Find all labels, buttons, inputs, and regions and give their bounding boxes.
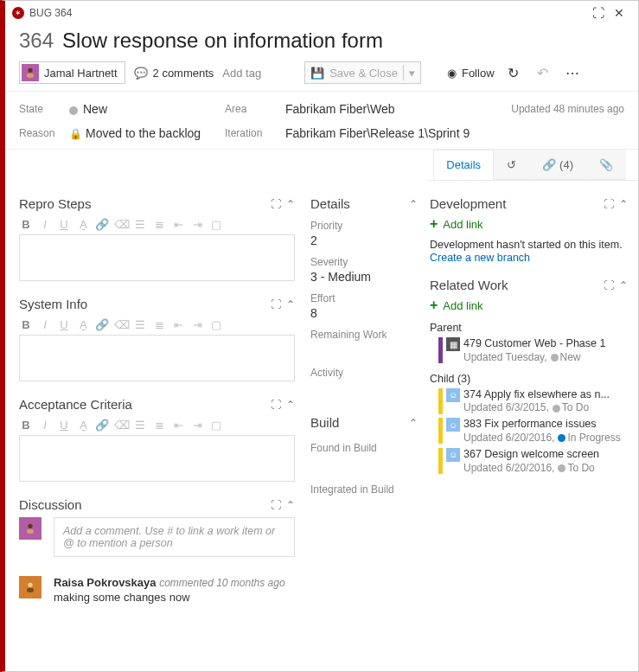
found-build-label: Found in Build [310,442,418,454]
assignee-chip[interactable]: Jamal Hartnett [19,61,125,84]
outdent-icon: ⇤ [171,218,185,231]
priority-label: Priority [310,220,418,232]
wi-type-bar [438,418,443,444]
history-icon: ↺ [507,158,516,171]
svg-point-4 [28,583,32,587]
severity-label: Severity [310,256,418,268]
wi-type-bar [438,448,443,474]
rel-add-link[interactable]: + Add link [430,298,628,313]
build-header: Build ⌃ [310,415,418,430]
found-build-value[interactable] [310,456,418,471]
tab-details[interactable]: Details [433,150,494,180]
chevron-up-icon[interactable]: ⌃ [619,279,628,291]
link-icon: 🔗 [542,158,556,171]
chevron-up-icon[interactable]: ⌃ [286,298,295,310]
undo-button[interactable]: ↶ [533,62,553,83]
related-item-parent[interactable]: ▦ 479 Customer Web - Phase 1 Updated Tue… [430,337,628,364]
bug-icon: ✶ [12,7,24,19]
sysinfo-input[interactable] [19,335,295,381]
sysinfo-header: System Info ⛶ ⌃ [19,297,295,311]
save-icon: 💾 [310,67,324,80]
effort-value[interactable]: 8 [310,306,418,320]
follow-label: Follow [462,67,495,80]
dev-add-link[interactable]: + Add link [430,216,628,232]
meta-grid: State New Area Fabrikam Fiber\Web Update… [5,92,638,150]
remaining-value[interactable] [310,342,418,358]
related-item-child[interactable]: ☺383 Fix performance issuesUpdated 6/20/… [430,418,628,445]
expand-icon[interactable]: ⛶ [271,499,281,511]
rte-toolbar[interactable]: BIU A̱🔗⌫☰≣⇤⇥▢ [19,419,295,432]
activity-label: Activity [310,367,418,379]
comment-author: Raisa Pokrovskaya [54,576,157,589]
tab-history[interactable]: ↺ [494,150,529,180]
comment-row: Raisa Pokrovskaya commented 10 months ag… [19,576,295,604]
number-list-icon: ≣ [152,218,166,231]
related-item-child[interactable]: ☺367 Design welcome screenUpdated 6/20/2… [430,448,628,475]
acceptance-input[interactable] [19,435,295,482]
comment-body: making some changes now [54,591,285,604]
chevron-up-icon[interactable]: ⌃ [619,198,628,210]
updated-text: Updated 48 minutes ago [511,103,624,115]
expand-icon[interactable]: ⛶ [271,298,281,310]
iteration-value[interactable]: Fabrikam Fiber\Release 1\Sprint 9 [285,126,624,140]
create-branch-link[interactable]: Create a new branch [430,252,530,264]
priority-value[interactable]: 2 [310,234,418,247]
work-item-title[interactable]: Slow response on information form [62,29,383,53]
expand-icon[interactable]: ⛶ [604,279,614,291]
plus-icon: + [430,216,438,232]
window-header: BUG 364 [29,7,72,19]
svg-rect-5 [27,588,34,592]
follow-icon: ◉ [447,67,457,80]
state-dot-icon [551,354,559,362]
expand-icon[interactable]: ⛶ [271,198,281,210]
tab-attachments[interactable]: 📎 [586,150,626,180]
avatar [19,517,42,540]
epic-icon: ▦ [446,337,460,351]
state-dot-icon [69,106,78,115]
work-item-id: 364 [19,29,54,53]
comments-count: 2 comments [153,67,214,80]
state-dot-icon [558,434,566,442]
attachment-icon: 📎 [599,158,613,171]
area-label: Area [225,103,285,115]
save-dropdown-caret[interactable]: ▾ [403,65,415,80]
state-value[interactable]: New [69,102,225,116]
tab-links[interactable]: 🔗(4) [529,150,586,180]
rte-toolbar[interactable]: BIU A̱🔗⌫ ☰≣⇤⇥▢ [19,218,295,231]
repro-input[interactable] [19,234,295,281]
severity-value[interactable]: 3 - Medium [310,270,418,284]
chevron-up-icon[interactable]: ⌃ [286,499,295,511]
italic-icon: I [38,218,52,231]
save-close-label: Save & Close [329,67,398,80]
avatar [22,64,39,81]
related-item-child[interactable]: ☺374 Apply fix elsewhere as n...Updated … [430,388,628,415]
save-close-button[interactable]: 💾 Save & Close ▾ [304,61,421,84]
activity-value[interactable] [310,381,418,396]
integrated-build-label: Integrated in Build [310,483,418,496]
dev-note: Development hasn't started on this item. [430,239,628,251]
details-header: Details ⌃ [310,196,418,211]
chevron-up-icon[interactable]: ⌃ [286,399,295,411]
chevron-up-icon[interactable]: ⌃ [409,198,418,210]
chevron-up-icon[interactable]: ⌃ [409,417,418,429]
bullet-list-icon: ☰ [133,218,147,231]
add-tag[interactable]: Add tag [222,67,261,80]
reason-value[interactable]: 🔒Moved to the backlog [69,126,225,140]
comments-link[interactable]: 💬 2 comments [134,67,214,80]
chevron-up-icon[interactable]: ⌃ [286,198,295,210]
close-icon[interactable]: ✕ [609,6,629,20]
area-value[interactable]: Fabrikam Fiber\Web [285,102,511,116]
rte-toolbar[interactable]: BIU A̱🔗⌫☰≣⇤⇥▢ [19,318,295,331]
fullscreen-icon[interactable]: ⛶ [588,6,609,20]
expand-icon[interactable]: ⛶ [604,198,614,210]
more-actions-button[interactable]: ⋯ [562,62,583,83]
reason-label: Reason [19,127,69,139]
font-color-icon: A̱ [76,218,90,231]
parent-group-label: Parent [430,322,628,334]
expand-icon[interactable]: ⛶ [271,399,281,411]
refresh-button[interactable]: ↻ [503,62,524,83]
column-related: Development ⛶ ⌃ + Add link Development h… [425,181,638,671]
discussion-input[interactable]: Add a comment. Use # to link a work item… [54,517,295,557]
follow-button[interactable]: ◉ Follow [447,67,495,80]
svg-rect-3 [27,529,34,534]
